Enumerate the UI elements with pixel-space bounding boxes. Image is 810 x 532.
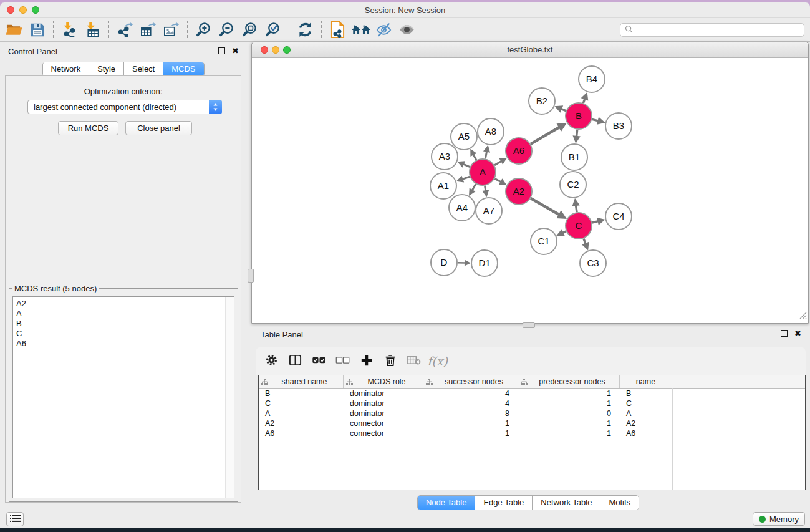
cell[interactable]: 1 [518,399,620,409]
run-mcds-button[interactable]: Run MCDS [58,121,118,135]
mcds-result-list[interactable]: A2ABCA6 [12,296,234,498]
cell[interactable]: B [620,389,672,399]
edge-D-D1[interactable] [458,259,471,266]
node-B3[interactable]: B3 [605,113,632,139]
tab-edge-table[interactable]: Edge Table [475,496,533,510]
float-panel-icon[interactable] [218,47,225,54]
node-B[interactable]: B [566,103,592,129]
node-D1[interactable]: D1 [471,250,498,276]
cell[interactable]: A6 [259,428,344,438]
edge-C-C1[interactable] [556,229,566,236]
mcds-result-item[interactable]: A6 [13,339,234,349]
node-A3[interactable]: A3 [432,143,458,170]
export-network-button[interactable] [113,20,137,40]
table-row-B[interactable]: Bdominator41B [259,389,805,399]
node-C[interactable]: C [566,213,592,239]
table-row-A2[interactable]: A2connector11A2 [259,418,805,428]
edge-A-A5[interactable] [470,148,476,160]
node-A6[interactable]: A6 [506,138,532,164]
tab-select[interactable]: Select [124,62,163,76]
node-A8[interactable]: A8 [478,118,504,145]
float-table-panel-icon[interactable] [781,330,788,337]
delete-table-button[interactable] [405,352,422,370]
node-A4[interactable]: A4 [449,195,475,221]
column-header-name[interactable]: name [620,375,672,388]
node-A7[interactable]: A7 [476,198,502,224]
cell[interactable]: dominator [344,389,423,399]
column-header-mcds-role[interactable]: MCDS role [344,375,423,388]
window-resize-grip[interactable] [798,311,807,322]
edge-A-A8[interactable] [483,145,490,159]
column-header-successor-nodes[interactable]: successor nodes [423,375,518,388]
network-minimize-button[interactable] [272,46,279,54]
show-column-button[interactable] [287,352,304,370]
cell[interactable]: A [259,409,344,418]
refresh-view-button[interactable] [294,20,317,40]
edge-A-A3[interactable] [457,161,470,167]
edge-B-B4[interactable] [581,92,589,104]
cell[interactable]: 4 [423,399,518,409]
cell[interactable]: 4 [423,389,518,399]
zoom-selected-button[interactable] [261,20,284,40]
node-B1[interactable]: B1 [561,144,587,170]
function-builder-button[interactable]: f(x) [429,352,446,370]
edge-C-C2[interactable] [572,198,579,212]
cell[interactable]: 8 [423,409,518,418]
mcds-result-item[interactable]: A2 [13,299,234,309]
import-table-button[interactable] [81,20,104,40]
network-canvas[interactable]: AA6A2BCA5A8A3A1A4A7B2B4B3B1C2C4C1C3DD1 [253,58,808,322]
node-A1[interactable]: A1 [430,173,456,199]
table-row-A6[interactable]: A6connector11A6 [259,428,805,438]
save-session-button[interactable] [26,20,49,40]
cell[interactable]: 1 [423,428,518,438]
edge-B-B2[interactable] [554,105,566,113]
first-neighbors-button[interactable] [349,20,372,40]
mcds-result-item[interactable]: B [13,319,234,329]
close-window-button[interactable] [7,6,14,14]
node-C2[interactable]: C2 [560,172,586,198]
task-history-button[interactable] [6,512,24,526]
node-C3[interactable]: C3 [580,250,606,276]
edge-A-A2[interactable] [494,178,506,185]
tab-node-table[interactable]: Node Table [418,496,476,510]
cell[interactable]: connector [344,418,423,428]
show-all-button[interactable] [395,20,418,40]
node-B4[interactable]: B4 [579,66,605,92]
result-list-scrollbar[interactable] [225,297,234,498]
export-table-button[interactable] [137,20,160,40]
tab-mcds[interactable]: MCDS [163,62,203,76]
cell[interactable]: 0 [518,409,620,418]
cell[interactable]: connector [344,428,423,438]
new-network-from-selection-button[interactable] [326,20,349,40]
cell[interactable]: A6 [620,428,672,438]
tab-network-table[interactable]: Network Table [533,496,600,510]
edge-B-B3[interactable] [592,117,605,125]
tab-motifs[interactable]: Motifs [600,496,639,510]
tab-network[interactable]: Network [42,62,89,76]
node-A2[interactable]: A2 [506,178,532,205]
minimize-window-button[interactable] [19,6,27,14]
hide-selected-button[interactable] [372,20,395,40]
edge-A2-C[interactable] [531,198,567,219]
cell[interactable]: 1 [518,418,620,428]
zoom-in-button[interactable] [192,20,215,40]
edge-C-C3[interactable] [582,239,589,251]
edge-A-A1[interactable] [456,176,470,183]
column-header-predecessor-nodes[interactable]: predecessor nodes [518,375,620,388]
node-A5[interactable]: A5 [451,123,477,150]
mcds-result-item[interactable]: C [13,329,234,339]
close-table-panel-icon[interactable]: ✖ [794,330,801,337]
edge-A6-B[interactable] [531,123,567,144]
node-D[interactable]: D [431,249,457,276]
cell[interactable]: 1 [518,389,620,399]
edge-A-A6[interactable] [494,158,507,165]
network-close-button[interactable] [261,46,268,54]
import-network-button[interactable] [58,20,81,40]
cell[interactable]: A2 [259,418,344,428]
zoom-fit-content-button[interactable] [238,20,261,40]
cell[interactable]: 1 [423,418,518,428]
cell[interactable]: A [620,409,672,418]
cell[interactable]: C [620,399,672,409]
node-A[interactable]: A [470,159,496,185]
add-column-button[interactable] [358,352,375,370]
